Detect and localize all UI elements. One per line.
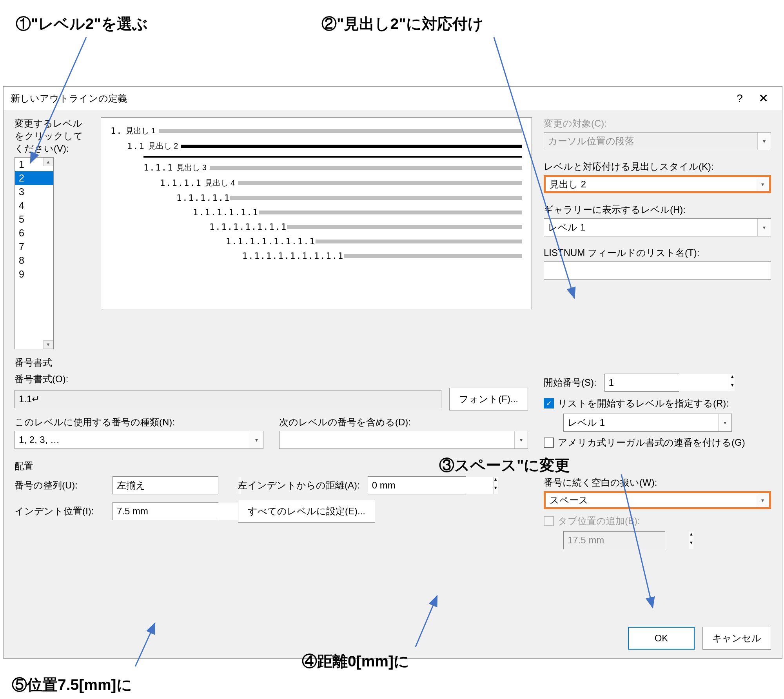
spin-down-icon[interactable]: ▼ [494,485,498,494]
format-section-title: 番号書式 [15,356,771,369]
close-button[interactable]: ✕ [751,87,775,110]
indent-pos-label: インデント位置(I): [15,505,105,517]
preview-number: 1.1.1.1.1.1 [193,207,259,217]
font-button[interactable]: フォント(F)... [449,388,528,410]
preview-number: 1.1.1.1.1.1.1.1 [226,236,316,246]
preview-line: 1.1.1.1.1.1.1 [111,222,522,232]
follow-combo[interactable]: ▾ [544,491,771,509]
preview-style-name: 見出し 2 [148,141,178,151]
annotation-2: ②"見出し2"に対応付け [321,13,483,34]
listnum-label: LISTNUM フィールドのリスト名(T): [544,247,771,259]
titlebar: 新しいアウトラインの定義 ? ✕ [4,87,782,110]
include-prev-combo[interactable]: ▾ [279,431,528,449]
level-item-8[interactable]: 8 [15,254,53,267]
tab-add-spinner: ▲ ▼ [563,531,665,549]
chevron-down-icon[interactable]: ▾ [756,493,769,507]
left-indent-spinner[interactable]: ▲ ▼ [368,476,466,494]
annotation-1: ①"レベル2"を選ぶ [16,13,148,34]
restart-combo[interactable]: ▾ [563,414,732,432]
number-kind-label: このレベルに使用する番号の種類(N): [15,416,263,428]
tab-add-input [564,532,689,549]
include-prev-input[interactable] [279,431,514,448]
follow-label: 番号に続く空白の扱い(W): [544,476,771,489]
format-o-input[interactable] [15,390,441,408]
indent-pos-input[interactable] [113,503,238,520]
preview-line: 1.1.1.1.1.1 [111,207,522,217]
dialog-title: 新しいアウトラインの定義 [11,92,728,105]
level-item-7[interactable]: 7 [15,240,53,254]
preview-bar [287,225,522,229]
align-combo[interactable]: ▾ [113,476,218,494]
preview-line: 1.1.1見出し 3 [111,162,522,173]
preview-style-name: 見出し 1 [126,125,156,136]
set-all-button[interactable]: すべてのレベルに設定(E)... [238,500,375,523]
format-o-label: 番号書式(O): [15,373,528,385]
chevron-down-icon[interactable]: ▾ [250,431,263,448]
left-indent-label: 左インデントからの距離(A): [238,479,360,492]
gallery-combo[interactable]: ▾ [544,218,771,236]
preview-line: 1.1見出し 2 [111,141,522,151]
spin-down-icon: ▼ [689,540,693,549]
spin-down-icon[interactable]: ▼ [730,383,735,391]
annotation-5: ⑤位置7.5[mm]に [12,674,132,695]
chevron-down-icon: ▾ [757,133,771,150]
ok-button[interactable]: OK [628,627,695,650]
preview-style-name: 見出し 4 [205,178,235,188]
restart-input[interactable] [564,414,718,431]
indent-pos-spinner[interactable]: ▲ ▼ [113,502,218,520]
chevron-down-icon[interactable]: ▾ [757,219,771,236]
preview-number: 1.1 [127,141,145,151]
preview-style-name: 見出し 3 [176,162,207,173]
preview-line: 1.1.1.1.1 [111,193,522,203]
spin-up-icon: ▲ [689,532,693,540]
tab-add-checkbox [544,516,554,526]
follow-input[interactable] [546,493,756,507]
number-kind-input[interactable] [15,431,250,448]
number-kind-combo[interactable]: ▾ [15,431,263,449]
annotation-4: ④距離0[mm]に [302,651,409,672]
legal-checkbox[interactable] [544,438,554,448]
listnum-input[interactable] [544,261,771,280]
link-style-combo[interactable]: ▾ [544,175,771,193]
chevron-down-icon[interactable]: ▾ [718,414,731,431]
level-list[interactable]: ▲ 123456789 ▼ [15,157,54,349]
start-at-label: 開始番号(S): [544,376,597,389]
chevron-down-icon[interactable]: ▾ [756,177,769,191]
preview-bar [143,156,522,158]
outline-preview: 1.見出し 11.1見出し 21.1.1見出し 31.1.1.1見出し 41.1… [101,117,532,309]
gallery-input[interactable] [544,219,757,236]
help-button[interactable]: ? [728,87,751,110]
preview-line: 1.1.1.1.1.1.1.1.1 [111,251,522,261]
restart-label: リストを開始するレベルを指定する(R): [558,397,729,410]
link-style-input[interactable] [546,177,756,191]
start-at-spinner[interactable]: ▲ ▼ [604,374,679,392]
preview-line [111,156,522,158]
scroll-up-icon[interactable]: ▲ [43,158,53,166]
level-item-2[interactable]: 2 [15,171,53,185]
left-indent-input[interactable] [368,477,493,494]
tab-add-label: タブ位置の追加(B): [558,515,640,527]
level-item-5[interactable]: 5 [15,212,53,226]
level-item-9[interactable]: 9 [15,267,53,281]
preview-bar [181,145,522,148]
annotation-3: ③スペース"に変更 [439,455,570,476]
level-item-6[interactable]: 6 [15,226,53,240]
gallery-label: ギャラリーに表示するレベル(H): [544,203,771,216]
preview-bar [259,211,522,214]
spin-up-icon[interactable]: ▲ [730,374,735,383]
level-item-3[interactable]: 3 [15,185,53,199]
level-item-4[interactable]: 4 [15,199,53,212]
preview-number: 1.1.1 [143,163,173,172]
cancel-button[interactable]: キャンセル [702,627,771,650]
start-at-input[interactable] [605,374,730,391]
chevron-down-icon[interactable]: ▾ [514,431,528,448]
preview-number: 1.1.1.1.1.1.1.1.1 [242,251,344,261]
align-input[interactable] [113,477,238,494]
preview-line: 1.見出し 1 [111,125,522,136]
change-target-input [544,133,757,150]
preview-bar [344,254,522,258]
align-label: 番号の整列(U): [15,479,105,492]
spin-up-icon[interactable]: ▲ [494,477,498,485]
scroll-down-icon[interactable]: ▼ [43,340,53,349]
restart-checkbox[interactable]: ✓ [544,398,554,409]
